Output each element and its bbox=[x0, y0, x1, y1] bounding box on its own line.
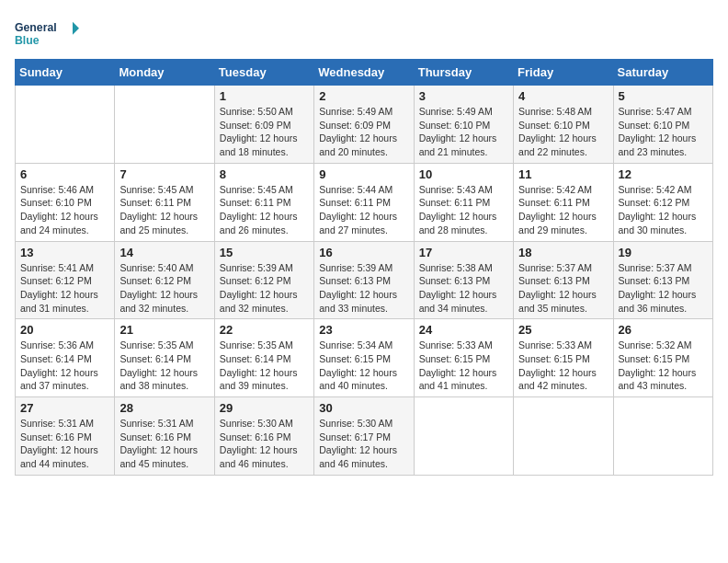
day-number: 19 bbox=[619, 246, 708, 259]
day-number: 15 bbox=[220, 246, 309, 259]
calendar-week-row: 27 Sunrise: 5:31 AMSunset: 6:16 PMDaylig… bbox=[16, 397, 713, 476]
day-detail: Sunrise: 5:31 AMSunset: 6:16 PMDaylight:… bbox=[20, 418, 98, 469]
day-detail: Sunrise: 5:46 AMSunset: 6:10 PMDaylight:… bbox=[20, 184, 98, 236]
calendar-cell: 20 Sunrise: 5:36 AMSunset: 6:14 PMDaylig… bbox=[16, 319, 115, 397]
day-number: 20 bbox=[20, 323, 109, 337]
day-detail: Sunrise: 5:30 AMSunset: 6:17 PMDaylight:… bbox=[319, 418, 397, 469]
calendar-cell: 16 Sunrise: 5:39 AMSunset: 6:13 PMDaylig… bbox=[314, 241, 414, 319]
weekday-header-saturday: Saturday bbox=[613, 60, 712, 86]
calendar-week-row: 20 Sunrise: 5:36 AMSunset: 6:14 PMDaylig… bbox=[16, 319, 713, 397]
calendar-cell: 23 Sunrise: 5:34 AMSunset: 6:15 PMDaylig… bbox=[314, 319, 414, 397]
weekday-header-tuesday: Tuesday bbox=[214, 60, 313, 86]
day-detail: Sunrise: 5:33 AMSunset: 6:15 PMDaylight:… bbox=[419, 339, 497, 391]
day-number: 27 bbox=[20, 401, 109, 415]
day-detail: Sunrise: 5:49 AMSunset: 6:09 PMDaylight:… bbox=[319, 106, 397, 157]
day-number: 17 bbox=[419, 246, 508, 259]
day-detail: Sunrise: 5:49 AMSunset: 6:10 PMDaylight:… bbox=[419, 106, 497, 157]
weekday-header-friday: Friday bbox=[514, 60, 613, 86]
day-number: 10 bbox=[419, 167, 508, 181]
calendar-cell: 2 Sunrise: 5:49 AMSunset: 6:09 PMDayligh… bbox=[314, 86, 414, 164]
weekday-header-monday: Monday bbox=[115, 60, 214, 86]
calendar-cell: 5 Sunrise: 5:47 AMSunset: 6:10 PMDayligh… bbox=[613, 86, 712, 164]
calendar-cell: 14 Sunrise: 5:40 AMSunset: 6:12 PMDaylig… bbox=[115, 241, 214, 319]
calendar-cell: 15 Sunrise: 5:39 AMSunset: 6:12 PMDaylig… bbox=[214, 241, 313, 319]
logo: General Blue bbox=[15, 15, 79, 52]
calendar-cell: 3 Sunrise: 5:49 AMSunset: 6:10 PMDayligh… bbox=[414, 86, 513, 164]
day-number: 11 bbox=[518, 167, 608, 181]
calendar-cell: 19 Sunrise: 5:37 AMSunset: 6:13 PMDaylig… bbox=[613, 241, 712, 319]
day-detail: Sunrise: 5:32 AMSunset: 6:15 PMDaylight:… bbox=[619, 339, 697, 391]
day-detail: Sunrise: 5:44 AMSunset: 6:11 PMDaylight:… bbox=[319, 184, 397, 236]
calendar-cell: 1 Sunrise: 5:50 AMSunset: 6:09 PMDayligh… bbox=[214, 86, 313, 164]
day-number: 8 bbox=[220, 167, 309, 181]
calendar-cell: 29 Sunrise: 5:30 AMSunset: 6:16 PMDaylig… bbox=[214, 397, 313, 476]
day-detail: Sunrise: 5:35 AMSunset: 6:14 PMDaylight:… bbox=[220, 339, 298, 391]
day-detail: Sunrise: 5:39 AMSunset: 6:12 PMDaylight:… bbox=[220, 262, 298, 314]
day-number: 18 bbox=[518, 246, 608, 259]
header: General Blue bbox=[15, 15, 713, 52]
day-number: 16 bbox=[319, 246, 408, 259]
day-detail: Sunrise: 5:37 AMSunset: 6:13 PMDaylight:… bbox=[518, 262, 597, 314]
calendar-cell: 21 Sunrise: 5:35 AMSunset: 6:14 PMDaylig… bbox=[115, 319, 214, 397]
weekday-header-wednesday: Wednesday bbox=[314, 60, 414, 86]
day-number: 1 bbox=[220, 89, 309, 103]
day-detail: Sunrise: 5:47 AMSunset: 6:10 PMDaylight:… bbox=[619, 106, 697, 157]
calendar-cell bbox=[414, 397, 513, 476]
calendar-cell bbox=[16, 86, 115, 164]
calendar-cell: 24 Sunrise: 5:33 AMSunset: 6:15 PMDaylig… bbox=[414, 319, 513, 397]
day-number: 26 bbox=[619, 323, 708, 337]
day-detail: Sunrise: 5:45 AMSunset: 6:11 PMDaylight:… bbox=[119, 184, 198, 236]
day-number: 3 bbox=[419, 89, 508, 103]
day-detail: Sunrise: 5:35 AMSunset: 6:14 PMDaylight:… bbox=[119, 339, 198, 391]
svg-text:General: General bbox=[15, 21, 57, 34]
day-number: 22 bbox=[220, 323, 309, 337]
day-number: 7 bbox=[119, 167, 209, 181]
calendar-cell: 4 Sunrise: 5:48 AMSunset: 6:10 PMDayligh… bbox=[514, 86, 613, 164]
day-number: 12 bbox=[619, 167, 708, 181]
calendar-cell: 30 Sunrise: 5:30 AMSunset: 6:17 PMDaylig… bbox=[314, 397, 414, 476]
calendar-cell: 18 Sunrise: 5:37 AMSunset: 6:13 PMDaylig… bbox=[514, 241, 613, 319]
calendar-cell: 12 Sunrise: 5:42 AMSunset: 6:12 PMDaylig… bbox=[613, 163, 712, 241]
day-number: 2 bbox=[319, 89, 408, 103]
calendar-cell: 9 Sunrise: 5:44 AMSunset: 6:11 PMDayligh… bbox=[314, 163, 414, 241]
day-detail: Sunrise: 5:50 AMSunset: 6:09 PMDaylight:… bbox=[220, 106, 298, 157]
calendar-cell bbox=[115, 86, 214, 164]
day-detail: Sunrise: 5:42 AMSunset: 6:12 PMDaylight:… bbox=[619, 184, 697, 236]
calendar-cell: 10 Sunrise: 5:43 AMSunset: 6:11 PMDaylig… bbox=[414, 163, 513, 241]
day-detail: Sunrise: 5:48 AMSunset: 6:10 PMDaylight:… bbox=[518, 106, 597, 157]
weekday-header-row: SundayMondayTuesdayWednesdayThursdayFrid… bbox=[16, 60, 713, 86]
calendar-cell bbox=[514, 397, 613, 476]
calendar-cell: 25 Sunrise: 5:33 AMSunset: 6:15 PMDaylig… bbox=[514, 319, 613, 397]
svg-text:Blue: Blue bbox=[15, 34, 40, 47]
day-number: 13 bbox=[20, 246, 109, 259]
weekday-header-sunday: Sunday bbox=[16, 60, 115, 86]
calendar-cell: 27 Sunrise: 5:31 AMSunset: 6:16 PMDaylig… bbox=[16, 397, 115, 476]
day-detail: Sunrise: 5:39 AMSunset: 6:13 PMDaylight:… bbox=[319, 262, 397, 314]
day-number: 23 bbox=[319, 323, 408, 337]
calendar-cell: 11 Sunrise: 5:42 AMSunset: 6:11 PMDaylig… bbox=[514, 163, 613, 241]
day-detail: Sunrise: 5:31 AMSunset: 6:16 PMDaylight:… bbox=[119, 418, 198, 469]
day-detail: Sunrise: 5:37 AMSunset: 6:13 PMDaylight:… bbox=[619, 262, 697, 314]
day-number: 30 bbox=[319, 401, 408, 415]
day-detail: Sunrise: 5:40 AMSunset: 6:12 PMDaylight:… bbox=[119, 262, 198, 314]
day-detail: Sunrise: 5:34 AMSunset: 6:15 PMDaylight:… bbox=[319, 339, 397, 391]
calendar-week-row: 13 Sunrise: 5:41 AMSunset: 6:12 PMDaylig… bbox=[16, 241, 713, 319]
logo-svg: General Blue bbox=[15, 15, 79, 52]
day-detail: Sunrise: 5:30 AMSunset: 6:16 PMDaylight:… bbox=[220, 418, 298, 469]
day-detail: Sunrise: 5:41 AMSunset: 6:12 PMDaylight:… bbox=[20, 262, 98, 314]
day-number: 28 bbox=[119, 401, 209, 415]
calendar-cell: 26 Sunrise: 5:32 AMSunset: 6:15 PMDaylig… bbox=[613, 319, 712, 397]
calendar-week-row: 6 Sunrise: 5:46 AMSunset: 6:10 PMDayligh… bbox=[16, 163, 713, 241]
day-number: 29 bbox=[220, 401, 309, 415]
day-number: 5 bbox=[619, 89, 708, 103]
calendar-cell bbox=[613, 397, 712, 476]
calendar-cell: 13 Sunrise: 5:41 AMSunset: 6:12 PMDaylig… bbox=[16, 241, 115, 319]
svg-marker-2 bbox=[73, 22, 79, 35]
calendar-cell: 8 Sunrise: 5:45 AMSunset: 6:11 PMDayligh… bbox=[214, 163, 313, 241]
day-detail: Sunrise: 5:45 AMSunset: 6:11 PMDaylight:… bbox=[220, 184, 298, 236]
day-detail: Sunrise: 5:42 AMSunset: 6:11 PMDaylight:… bbox=[518, 184, 597, 236]
day-number: 6 bbox=[20, 167, 109, 181]
day-number: 9 bbox=[319, 167, 408, 181]
day-number: 25 bbox=[518, 323, 608, 337]
day-detail: Sunrise: 5:38 AMSunset: 6:13 PMDaylight:… bbox=[419, 262, 497, 314]
